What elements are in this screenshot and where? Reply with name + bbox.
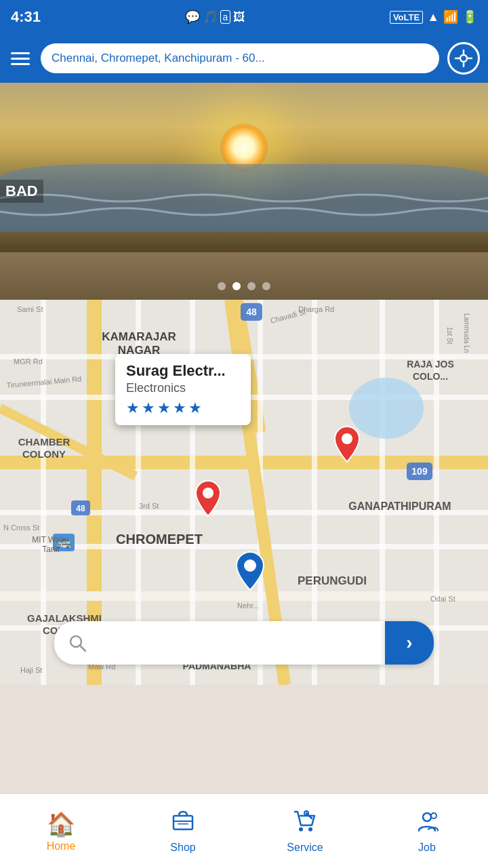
bad-label: BAD bbox=[0, 180, 43, 203]
wave-line-1 bbox=[0, 191, 488, 205]
svg-text:48: 48 bbox=[246, 307, 257, 317]
msg-icon: 💬 bbox=[185, 9, 200, 24]
music-icon: 🎵 bbox=[203, 9, 218, 24]
search-input[interactable] bbox=[94, 636, 371, 650]
nav-job[interactable]: Job bbox=[386, 804, 468, 859]
svg-text:CHAMBER: CHAMBER bbox=[18, 436, 70, 448]
search-icon bbox=[68, 633, 87, 652]
svg-text:CHROMEPET: CHROMEPET bbox=[116, 532, 203, 547]
hamburger-line-1 bbox=[11, 52, 30, 54]
search-bar-container: › bbox=[54, 621, 434, 665]
svg-point-73 bbox=[423, 813, 431, 821]
status-system-icons: VoLTE ▲ 📶 🔋 bbox=[390, 9, 477, 24]
svg-text:RAJA JOS: RAJA JOS bbox=[407, 359, 454, 370]
svg-text:Nehr...: Nehr... bbox=[237, 601, 259, 610]
svg-point-0 bbox=[460, 55, 467, 62]
star-2: ★ bbox=[142, 399, 155, 417]
svg-text:Odai St: Odai St bbox=[430, 595, 455, 603]
nav-shop-label: Shop bbox=[170, 842, 195, 854]
menu-button[interactable] bbox=[8, 50, 33, 68]
nav-service-label: Service bbox=[287, 842, 323, 854]
carousel-dots bbox=[218, 282, 270, 290]
map-pin-blue[interactable] bbox=[234, 551, 266, 594]
sand-graphic bbox=[0, 252, 488, 300]
svg-text:Sami St: Sami St bbox=[17, 305, 43, 313]
svg-text:GANAPATHIPURAM: GANAPATHIPURAM bbox=[348, 500, 451, 512]
shop-icon bbox=[171, 809, 195, 839]
svg-rect-21 bbox=[434, 300, 439, 685]
svg-text:Tank: Tank bbox=[42, 545, 60, 554]
search-go-button[interactable]: › bbox=[385, 621, 434, 665]
svg-text:N Cross St: N Cross St bbox=[3, 524, 39, 532]
svg-text:Haji St: Haji St bbox=[20, 666, 42, 674]
svg-text:3rd St: 3rd St bbox=[139, 502, 159, 510]
app-header: Chennai, Chromepet, Kanchipuram - 60... bbox=[0, 34, 488, 83]
svg-point-74 bbox=[431, 813, 436, 818]
svg-text:1st St: 1st St bbox=[446, 327, 453, 344]
nav-home[interactable]: 🏠 Home bbox=[20, 805, 102, 858]
status-time: 4:31 bbox=[11, 8, 41, 26]
svg-text:48: 48 bbox=[76, 504, 85, 513]
map-pin-red-2[interactable] bbox=[332, 425, 362, 466]
svg-point-70 bbox=[308, 827, 312, 831]
svg-text:109: 109 bbox=[411, 466, 428, 477]
star-5: ★ bbox=[188, 399, 202, 417]
svg-text:MGR Rd: MGR Rd bbox=[14, 357, 43, 366]
gps-icon bbox=[455, 50, 472, 67]
svg-text:KAMARAJAR: KAMARAJAR bbox=[102, 330, 176, 343]
business-category: Electronics bbox=[126, 381, 240, 395]
star-3: ★ bbox=[157, 399, 171, 417]
svg-text:Lammuda Ln: Lammuda Ln bbox=[463, 313, 470, 353]
wave-line-2 bbox=[0, 205, 488, 218]
amazon-icon: a bbox=[220, 10, 231, 24]
svg-point-69 bbox=[299, 827, 303, 831]
bottom-nav: 🏠 Home Shop Service bbox=[0, 793, 488, 868]
svg-text:COLONY: COLONY bbox=[22, 448, 66, 460]
carousel: BAD bbox=[0, 83, 488, 300]
svg-line-65 bbox=[80, 646, 85, 651]
nav-job-label: Job bbox=[418, 842, 436, 854]
svg-point-62 bbox=[342, 433, 352, 444]
svg-point-61 bbox=[203, 488, 214, 498]
map-pin-red-1[interactable] bbox=[193, 479, 223, 520]
hamburger-line-3 bbox=[11, 63, 30, 65]
location-bar[interactable]: Chennai, Chromepet, Kanchipuram - 60... bbox=[41, 43, 439, 73]
battery-icon: 🔋 bbox=[462, 9, 477, 24]
nav-home-label: Home bbox=[47, 840, 76, 852]
business-name: Surag Electr... bbox=[126, 362, 240, 380]
svg-text:COLO...: COLO... bbox=[413, 371, 448, 382]
search-arrow-icon: › bbox=[406, 632, 412, 654]
dot-3[interactable] bbox=[247, 282, 256, 290]
carousel-image: BAD bbox=[0, 83, 488, 300]
svg-rect-66 bbox=[174, 816, 192, 829]
nav-service[interactable]: Service bbox=[264, 804, 346, 859]
svg-point-63 bbox=[244, 559, 256, 572]
business-card[interactable]: Surag Electr... Electronics ★ ★ ★ ★ ★ bbox=[115, 354, 251, 425]
search-input-wrap[interactable] bbox=[54, 621, 385, 665]
service-icon bbox=[293, 809, 317, 839]
status-notification-icons: 💬 🎵 a 🖼 bbox=[185, 9, 246, 24]
home-icon: 🏠 bbox=[47, 810, 75, 837]
dot-2[interactable] bbox=[232, 282, 241, 290]
svg-text:MIT Water: MIT Water bbox=[32, 535, 69, 545]
volte-icon: VoLTE bbox=[390, 11, 423, 24]
status-bar: 4:31 💬 🎵 a 🖼 VoLTE ▲ 📶 🔋 bbox=[0, 0, 488, 34]
location-text: Chennai, Chromepet, Kanchipuram - 60... bbox=[52, 52, 265, 65]
star-4: ★ bbox=[173, 399, 186, 417]
svg-text:PERUNGUDI: PERUNGUDI bbox=[298, 574, 367, 587]
gps-button[interactable] bbox=[447, 42, 480, 75]
job-icon bbox=[415, 809, 439, 839]
wifi-icon: ▲ bbox=[427, 10, 439, 24]
nav-shop[interactable]: Shop bbox=[142, 804, 224, 859]
dot-4[interactable] bbox=[262, 282, 270, 290]
star-rating: ★ ★ ★ ★ ★ bbox=[126, 399, 240, 417]
signal-icon: 📶 bbox=[443, 9, 458, 24]
map-section[interactable]: 48 109 48 🚌 KAMARAJAR NAGAR CHAMBER COLO… bbox=[0, 300, 488, 685]
star-1: ★ bbox=[126, 399, 140, 417]
hamburger-line-2 bbox=[11, 58, 30, 60]
gallery-icon: 🖼 bbox=[233, 10, 245, 24]
dot-1[interactable] bbox=[218, 282, 226, 290]
